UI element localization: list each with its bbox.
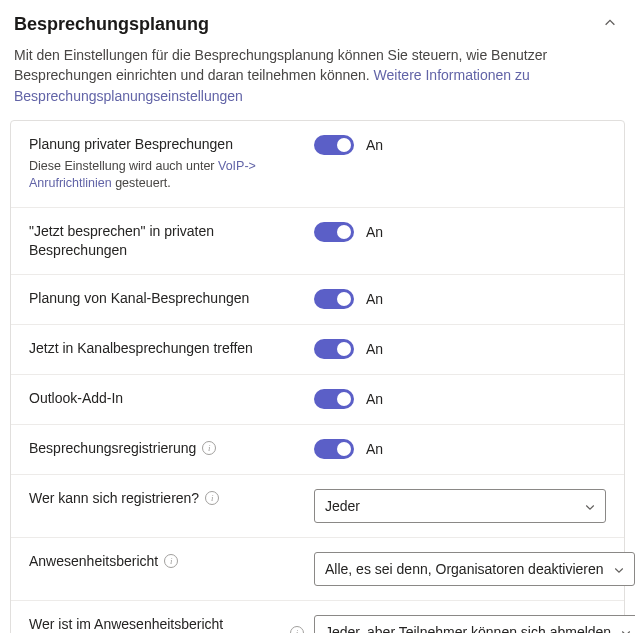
section-description: Mit den Einstellungen für die Besprechun…	[0, 43, 635, 120]
setting-row-who-in-report: Wer ist im Anwesenheitsbericht enthalten…	[11, 601, 624, 633]
select-attendance-report[interactable]: Alle, es sei denn, Organisatoren deaktiv…	[314, 552, 635, 586]
setting-row-private-meeting-scheduling: Planung privater Besprechungen Diese Ein…	[11, 121, 624, 208]
setting-label-text: Wer ist im Anwesenheitsbericht enthalten…	[29, 615, 284, 633]
setting-row-meet-now-private: "Jetzt besprechen" in privaten Besprechu…	[11, 208, 624, 275]
subtext-before: Diese Einstellung wird auch unter	[29, 159, 218, 173]
setting-label-text: Wer kann sich registrieren?	[29, 489, 199, 508]
section-title: Besprechungsplanung	[14, 14, 209, 35]
chevron-down-icon	[613, 563, 625, 575]
setting-subtext: Diese Einstellung wird auch unter VoIP->…	[29, 158, 304, 193]
toggle-channel-meeting-scheduling[interactable]	[314, 289, 354, 309]
select-value: Jeder, aber Teilnehmer können sich abmel…	[325, 624, 611, 633]
toggle-state-label: An	[366, 391, 383, 407]
info-icon[interactable]: i	[202, 441, 216, 455]
setting-label-text: Besprechungsregistrierung	[29, 439, 196, 458]
setting-label: Planung privater Besprechungen	[29, 135, 304, 154]
toggle-meet-now-private[interactable]	[314, 222, 354, 242]
info-icon[interactable]: i	[205, 491, 219, 505]
select-who-in-report[interactable]: Jeder, aber Teilnehmer können sich abmel…	[314, 615, 635, 633]
setting-row-attendance-report: Anwesenheitsbericht i Alle, es sei denn,…	[11, 538, 624, 601]
setting-label: Anwesenheitsbericht i	[29, 552, 304, 571]
toggle-state-label: An	[366, 224, 383, 240]
setting-row-who-can-register: Wer kann sich registrieren? i Jeder	[11, 475, 624, 538]
setting-label: Planung von Kanal-Besprechungen	[29, 289, 304, 308]
toggle-state-label: An	[366, 291, 383, 307]
select-who-can-register[interactable]: Jeder	[314, 489, 606, 523]
setting-label: Wer kann sich registrieren? i	[29, 489, 304, 508]
chevron-up-icon	[603, 16, 617, 33]
setting-label: "Jetzt besprechen" in privaten Besprechu…	[29, 222, 304, 260]
info-icon[interactable]: i	[290, 626, 304, 633]
setting-row-meeting-registration: Besprechungsregistrierung i An	[11, 425, 624, 475]
setting-label: Outlook-Add-In	[29, 389, 304, 408]
toggle-meet-now-channel[interactable]	[314, 339, 354, 359]
toggle-state-label: An	[366, 137, 383, 153]
setting-row-channel-meeting-scheduling: Planung von Kanal-Besprechungen An	[11, 275, 624, 325]
setting-row-meet-now-channel: Jetzt in Kanalbesprechungen treffen An	[11, 325, 624, 375]
toggle-meeting-registration[interactable]	[314, 439, 354, 459]
select-value: Alle, es sei denn, Organisatoren deaktiv…	[325, 561, 604, 577]
setting-label: Besprechungsregistrierung i	[29, 439, 304, 458]
section-header[interactable]: Besprechungsplanung	[0, 0, 635, 43]
select-value: Jeder	[325, 498, 360, 514]
toggle-state-label: An	[366, 341, 383, 357]
setting-label: Wer ist im Anwesenheitsbericht enthalten…	[29, 615, 304, 633]
info-icon[interactable]: i	[164, 554, 178, 568]
subtext-after: gesteuert.	[112, 176, 171, 190]
toggle-outlook-addin[interactable]	[314, 389, 354, 409]
settings-card: Planung privater Besprechungen Diese Ein…	[10, 120, 625, 633]
toggle-private-meeting-scheduling[interactable]	[314, 135, 354, 155]
setting-row-outlook-addin: Outlook-Add-In An	[11, 375, 624, 425]
setting-label-text: Anwesenheitsbericht	[29, 552, 158, 571]
chevron-down-icon	[620, 626, 632, 633]
toggle-state-label: An	[366, 441, 383, 457]
setting-label: Jetzt in Kanalbesprechungen treffen	[29, 339, 304, 358]
chevron-down-icon	[584, 500, 596, 512]
